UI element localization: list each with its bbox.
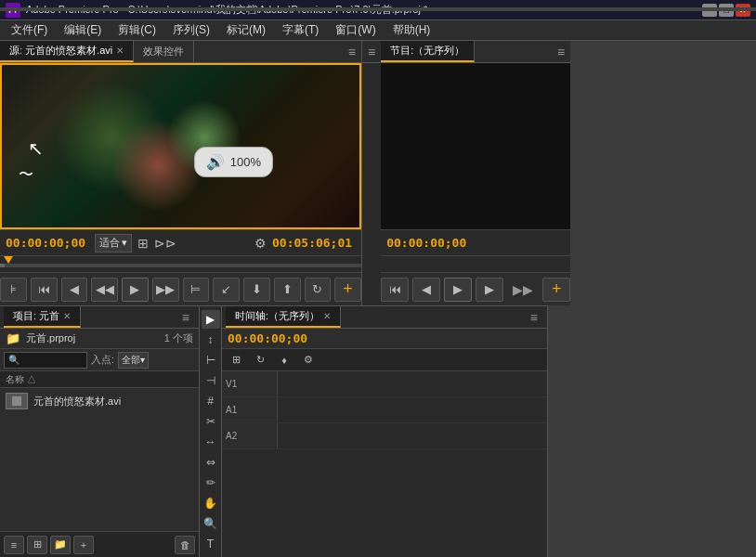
source-tabs: 源: 元首的愤怒素材.avi ✕ 效果控件 ≡ <box>0 41 361 63</box>
tab-program[interactable]: 节目:（无序列） <box>381 41 475 62</box>
tl-link-button[interactable]: ↻ <box>250 352 270 369</box>
project-panel-menu[interactable]: ≡ <box>176 308 195 327</box>
tab-timeline[interactable]: 时间轴:（无序列） ✕ <box>226 306 341 328</box>
menu-clip[interactable]: 剪辑(C) <box>111 20 163 40</box>
program-playbar[interactable] <box>381 255 570 272</box>
track-row-a1: A1 <box>222 397 547 423</box>
project-column-header: 名称 △ <box>0 371 199 388</box>
inpoint-dropdown[interactable]: 全部 ▾ <box>118 352 149 369</box>
main-area: 源: 元首的愤怒素材.avi ✕ 效果控件 ≡ ↖ 〜 <box>0 41 756 557</box>
insert-button[interactable]: ↙ <box>213 278 240 302</box>
source-controls-bar: 00:00:00;00 适合 ▾ ⊞ ⊳⊳ ⚙ 00:05:06;01 <box>0 229 361 255</box>
ripple-edit-tool[interactable]: ⊢ <box>202 351 220 369</box>
export-frame-button[interactable]: ⬆ <box>274 278 301 302</box>
effects-tabs: ≡ <box>362 41 381 63</box>
rewind-button[interactable]: ◀◀ <box>91 278 118 302</box>
pen-tool[interactable]: ✏ <box>202 473 220 492</box>
source-panel-menu[interactable]: ≡ <box>343 43 361 61</box>
source-timecode-duration: 00:05:06;01 <box>272 236 356 250</box>
rate-stretch-tool[interactable]: # <box>202 392 220 410</box>
zoom-tool[interactable]: 🔍 <box>202 514 220 533</box>
menu-bar: 文件(F) 编辑(E) 剪辑(C) 序列(S) 标记(M) 字幕(T) 窗口(W… <box>0 20 756 41</box>
new-item-button[interactable]: + <box>73 536 94 554</box>
hand-tool[interactable]: ✋ <box>202 494 220 512</box>
tab-timeline-close[interactable]: ✕ <box>323 311 331 321</box>
search-icon: 🔍 <box>8 355 20 365</box>
source-playbar[interactable] <box>0 255 361 272</box>
prog-prev-frame-button[interactable]: ◀ <box>412 278 440 302</box>
tab-project-close[interactable]: ✕ <box>63 311 71 321</box>
slide-tool[interactable]: ⇔ <box>202 453 220 472</box>
menu-sequence[interactable]: 序列(S) <box>165 20 217 40</box>
effects-panel: ≡ <box>362 41 381 305</box>
program-panel-menu[interactable]: ≡ <box>552 43 570 61</box>
track-content-a1[interactable] <box>278 397 547 422</box>
track-row-a2: A2 <box>222 423 547 449</box>
source-video-display: ↖ 〜 🔊 100% <box>0 63 361 229</box>
timeline-tracks: V1 A1 A2 <box>222 371 547 557</box>
effects-content <box>362 63 381 305</box>
delete-button[interactable]: 🗑 <box>175 536 195 554</box>
menu-edit[interactable]: 编辑(E) <box>57 20 109 40</box>
tab-source-close[interactable]: ✕ <box>116 45 124 56</box>
menu-marker[interactable]: 标记(M) <box>219 20 273 40</box>
prog-add-button[interactable]: + <box>542 278 570 302</box>
tl-snap-button[interactable]: ⊞ <box>226 352 246 369</box>
item-count: 1 个项 <box>164 331 193 345</box>
prog-play-button[interactable]: ▶ <box>444 278 472 302</box>
tl-settings-button[interactable]: ⚙ <box>298 352 319 369</box>
list-view-button[interactable]: ≡ <box>4 536 24 554</box>
menu-help[interactable]: 帮助(H) <box>385 20 438 40</box>
tab-effects-controls[interactable]: 效果控件 <box>134 41 194 62</box>
track-content-v1[interactable] <box>278 371 547 396</box>
tab-project[interactable]: 项目: 元首 ✕ <box>4 306 81 328</box>
prog-next-frame-button[interactable]: ▶ <box>476 278 503 302</box>
menu-window[interactable]: 窗口(W) <box>328 20 383 40</box>
mark-out-button[interactable]: ⊨ <box>183 278 210 302</box>
selection-tool[interactable]: ▶ <box>202 310 220 329</box>
type-tool[interactable]: T <box>202 535 220 553</box>
timeline-tabs: 时间轴:（无序列） ✕ ≡ <box>222 306 547 329</box>
add-marker-button[interactable]: + <box>334 278 361 302</box>
rolling-edit-tool[interactable]: ⊣ <box>202 371 220 390</box>
media-icon-inner <box>12 396 21 406</box>
safe-margins-icon[interactable]: ⊞ <box>137 236 149 251</box>
mark-in-button[interactable]: ⊧ <box>0 278 27 302</box>
slip-tool[interactable]: ↔ <box>202 433 220 451</box>
prog-more-btn[interactable]: ▶▶ <box>507 280 539 299</box>
search-box[interactable]: 🔍 <box>4 352 87 369</box>
prev-frame-button[interactable]: ◀ <box>61 278 88 302</box>
volume-value: 100% <box>230 155 261 169</box>
effects-panel-menu[interactable]: ≡ <box>362 43 381 61</box>
loop-button[interactable]: ↻ <box>305 278 332 302</box>
program-timeline-bar <box>0 7 756 11</box>
prog-step-back-button[interactable]: ⏮ <box>381 278 409 302</box>
track-select-tool[interactable]: ↕ <box>202 330 220 349</box>
step-back-button[interactable]: ⏮ <box>31 278 58 302</box>
list-item[interactable]: 元首的愤怒素材.avi <box>0 388 199 414</box>
fast-forward-button[interactable]: ▶▶ <box>152 278 179 302</box>
razor-tool[interactable]: ✂ <box>202 412 220 431</box>
menu-title[interactable]: 字幕(T) <box>275 20 326 40</box>
source-monitor: 源: 元首的愤怒素材.avi ✕ 效果控件 ≡ ↖ 〜 <box>0 41 362 305</box>
timeline-panel-menu[interactable]: ≡ <box>525 308 543 327</box>
media-filename: 元首的愤怒素材.avi <box>33 395 121 408</box>
track-row-v1: V1 <box>222 371 547 397</box>
new-bin-button[interactable]: 📁 <box>50 536 71 554</box>
tl-add-tracks-button[interactable]: ♦ <box>274 352 294 369</box>
play-button[interactable]: ▶ <box>122 278 149 302</box>
tab-source[interactable]: 源: 元首的愤怒素材.avi ✕ <box>0 41 134 62</box>
timeline-progress <box>0 264 5 267</box>
icon-view-button[interactable]: ⊞ <box>27 536 47 554</box>
program-monitor: 节目:（无序列） ≡ 00:00:00;00 ⏮ ◀ ▶ ▶ ▶▶ + <box>381 41 570 305</box>
fit-dropdown[interactable]: 适合 ▾ <box>95 234 132 253</box>
settings-icon[interactable]: ⚙ <box>254 236 267 251</box>
track-label-a2: A2 <box>222 423 278 448</box>
overwrite-button[interactable]: ⬇ <box>243 278 270 302</box>
source-timecode-current: 00:00:00;00 <box>6 236 89 250</box>
track-content-a2[interactable] <box>278 423 547 448</box>
volume-popup: 🔊 100% <box>194 147 273 177</box>
output-icon[interactable]: ⊳⊳ <box>154 236 176 251</box>
menu-file[interactable]: 文件(F) <box>4 20 55 40</box>
playhead-triangle <box>4 256 13 264</box>
